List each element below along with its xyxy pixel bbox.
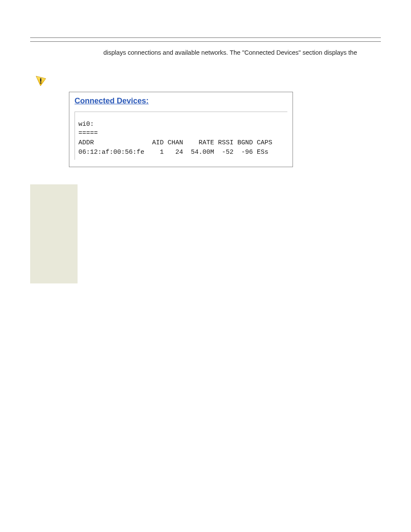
page: displays connections and available netwo… <box>0 0 411 301</box>
screenshot-container: Connected Devices: wi0: ===== ADDR AID C… <box>69 92 381 167</box>
connected-devices-panel: Connected Devices: wi0: ===== ADDR AID C… <box>69 92 293 167</box>
intro-paragraph: displays connections and available netwo… <box>30 49 381 57</box>
interface-name: wi0: <box>78 120 283 129</box>
left-sidebar-block <box>30 184 78 283</box>
svg-point-1 <box>40 82 41 84</box>
connected-devices-title: Connected Devices: <box>75 96 149 106</box>
device-listing-box: wi0: ===== ADDR AID CHAN RATE RSSI BGND … <box>75 112 287 160</box>
page-header-spacer <box>30 26 381 38</box>
column-headers: ADDR AID CHAN RATE RSSI BGND CAPS <box>78 138 283 148</box>
horizontal-rule <box>30 41 381 42</box>
warning-icon <box>34 75 47 87</box>
device-row: 06:12:af:00:56:fe 1 24 54.00M -52 -96 ES… <box>78 148 283 157</box>
warning-row <box>30 75 381 87</box>
separator-line: ===== <box>78 129 283 138</box>
svg-rect-0 <box>40 78 41 81</box>
intro-text: displays connections and available netwo… <box>103 49 357 56</box>
